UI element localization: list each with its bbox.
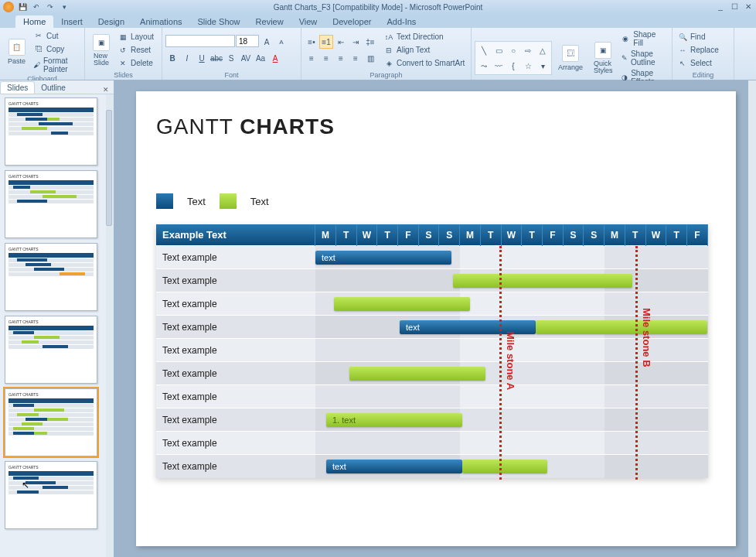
group-slides: ▣ New Slide ▦Layout ↺Reset ✕Delete Slide… xyxy=(85,28,162,80)
slide-thumbnail[interactable]: GANTT CHARTS xyxy=(5,388,97,456)
line-spacing-button[interactable]: ‡≡ xyxy=(363,35,377,49)
arrange-icon: ⿴ xyxy=(562,45,579,62)
shape-rect-icon[interactable]: ▭ xyxy=(492,43,506,57)
tab-developer[interactable]: Developer xyxy=(325,15,379,28)
shape-oval-icon[interactable]: ○ xyxy=(506,43,520,57)
thumbnail-scrollbar[interactable] xyxy=(106,94,114,557)
shrink-font-button[interactable]: A xyxy=(274,35,288,49)
shape-triangle-icon[interactable]: △ xyxy=(536,43,550,57)
milestone-a[interactable]: Mile stone A xyxy=(499,246,502,480)
tab-slide-show[interactable]: Slide Show xyxy=(190,15,248,28)
layout-button[interactable]: ▦Layout xyxy=(116,31,155,43)
document-title: Gantt Charts_F3 [Compatibility Mode] - M… xyxy=(0,3,756,12)
tab-animations[interactable]: Animations xyxy=(132,15,189,28)
font-color-button[interactable]: A xyxy=(268,51,282,65)
shape-brace-icon[interactable]: { xyxy=(506,59,520,73)
strikethrough-button[interactable]: abc xyxy=(209,51,223,65)
shape-connector-icon[interactable]: ⤳ xyxy=(477,59,491,73)
font-size-combo[interactable]: 18 xyxy=(236,35,259,47)
shape-curve-icon[interactable]: 〰 xyxy=(492,59,506,73)
task-label: Text example xyxy=(156,269,315,292)
shadow-button[interactable]: S xyxy=(224,51,238,65)
tab-addins[interactable]: Add-Ins xyxy=(379,15,424,28)
tab-slides-panel[interactable]: Slides xyxy=(0,81,35,94)
bold-button[interactable]: B xyxy=(165,51,179,65)
task-label: Text example xyxy=(156,455,315,478)
legend-swatch-green xyxy=(220,193,237,209)
text-direction-button[interactable]: ↕AText Direction xyxy=(382,31,466,43)
grow-font-button[interactable]: A xyxy=(260,35,274,49)
slide-thumbnail[interactable]: GANTT CHARTS xyxy=(5,97,97,166)
cut-icon: ✂ xyxy=(33,30,44,41)
minimize-button[interactable]: _ xyxy=(714,1,727,12)
align-left-button[interactable]: ≡ xyxy=(305,51,318,65)
panel-close-icon[interactable]: ✕ xyxy=(98,86,114,94)
tab-insert[interactable]: Insert xyxy=(53,15,90,28)
slide-title[interactable]: GANTT CHARTS xyxy=(156,114,716,139)
paste-button[interactable]: 📋 Paste xyxy=(3,37,30,67)
arrange-button[interactable]: ⿴Arrange xyxy=(553,43,587,73)
slide-editor[interactable]: GANTT CHARTS Text Text Example Text M T … xyxy=(114,80,756,557)
change-case-button[interactable]: Aa xyxy=(254,51,267,65)
cut-button[interactable]: ✂Cut xyxy=(32,29,81,42)
slide-panel: Slides Outline ✕ GANTT CHARTS GANTT CHAR… xyxy=(0,80,114,557)
shape-line-icon[interactable]: ╲ xyxy=(477,43,491,57)
increase-indent-button[interactable]: ⇥ xyxy=(349,35,363,49)
align-text-button[interactable]: ⊟Align Text xyxy=(382,44,466,56)
char-spacing-button[interactable]: AV xyxy=(239,51,253,65)
shape-more-icon[interactable]: ▾ xyxy=(536,59,550,73)
outline-icon: ✎ xyxy=(621,53,628,63)
tab-review[interactable]: Review xyxy=(248,15,291,28)
main-area: Slides Outline ✕ GANTT CHARTS GANTT CHAR… xyxy=(0,80,756,557)
shape-fill-button[interactable]: ◉Shape Fill xyxy=(619,29,669,48)
text-direction-icon: ↕A xyxy=(383,32,394,43)
delete-button[interactable]: ✕Delete xyxy=(116,57,155,70)
legend-swatch-blue xyxy=(156,193,173,209)
replace-button[interactable]: ↔Replace xyxy=(676,44,720,56)
slide-thumbnail[interactable]: GANTT CHARTS xyxy=(5,170,97,238)
tab-outline-panel[interactable]: Outline xyxy=(35,82,72,94)
quick-styles-button[interactable]: ▣Quick Styles xyxy=(589,40,618,76)
maximize-button[interactable]: ☐ xyxy=(728,1,741,12)
find-button[interactable]: 🔍Find xyxy=(676,31,720,43)
shape-outline-button[interactable]: ✎Shape Outline xyxy=(619,49,669,67)
group-editing: 🔍Find ↔Replace ↖Select Editing xyxy=(673,28,734,80)
font-family-combo[interactable] xyxy=(165,35,235,47)
new-slide-icon: ▣ xyxy=(93,34,110,51)
task-label: Text example xyxy=(156,246,315,269)
milestone-b[interactable]: Mile stone B xyxy=(635,246,638,480)
align-center-button[interactable]: ≡ xyxy=(319,51,333,65)
numbering-button[interactable]: ≡1 xyxy=(319,35,333,49)
new-slide-button[interactable]: ▣ New Slide xyxy=(88,32,114,68)
columns-button[interactable]: ▥ xyxy=(363,51,377,65)
justify-button[interactable]: ≡ xyxy=(349,51,363,65)
slide-thumbnail[interactable]: GANTT CHARTS xyxy=(5,316,97,384)
underline-button[interactable]: U xyxy=(195,51,209,65)
slide-canvas[interactable]: GANTT CHARTS Text Text Example Text M T … xyxy=(136,91,736,546)
editing-label: Editing xyxy=(676,70,730,80)
format-painter-button[interactable]: 🖌Format Painter xyxy=(32,56,81,74)
close-button[interactable]: ✕ xyxy=(742,1,754,12)
reset-button[interactable]: ↺Reset xyxy=(116,44,155,56)
font-label: Font xyxy=(165,70,298,80)
convert-smartart-button[interactable]: ◈Convert to SmartArt xyxy=(382,57,466,70)
gantt-chart[interactable]: Example Text M T W T F S S M T W T xyxy=(156,224,716,478)
slide-thumbnail[interactable]: GANTT CHARTS xyxy=(5,243,97,311)
shapes-gallery[interactable]: ╲▭○⇨△ ⤳〰{☆▾ xyxy=(475,41,552,75)
shape-star-icon[interactable]: ☆ xyxy=(521,59,535,73)
copy-button[interactable]: ⿻Copy xyxy=(32,43,81,55)
bullets-button[interactable]: ≡• xyxy=(305,35,318,49)
title-bar: 💾 ↶ ↷ ▾ Gantt Charts_F3 [Compatibility M… xyxy=(0,0,756,14)
editor-scrollbar[interactable] xyxy=(748,80,756,557)
tab-design[interactable]: Design xyxy=(90,15,132,28)
italic-button[interactable]: I xyxy=(180,51,194,65)
header-task: Example Text xyxy=(156,224,315,246)
align-right-button[interactable]: ≡ xyxy=(334,51,348,65)
shape-arrow-icon[interactable]: ⇨ xyxy=(521,43,535,57)
tab-home[interactable]: Home xyxy=(15,15,53,28)
slide-thumbnail[interactable]: GANTT CHARTS xyxy=(5,461,97,529)
select-button[interactable]: ↖Select xyxy=(676,57,720,70)
paragraph-label: Paragraph xyxy=(305,70,468,80)
decrease-indent-button[interactable]: ⇤ xyxy=(334,35,348,49)
tab-view[interactable]: View xyxy=(291,15,325,28)
